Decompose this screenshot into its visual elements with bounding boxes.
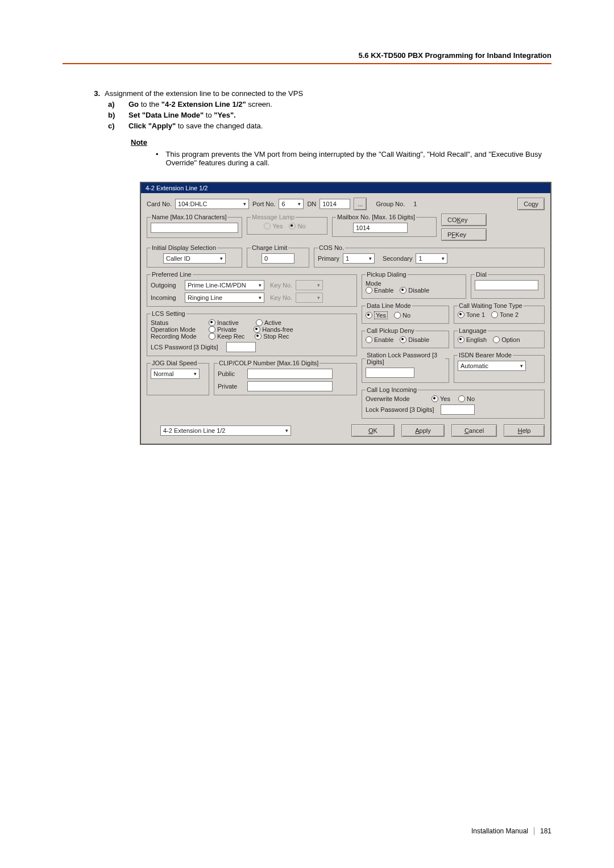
cpd-enable-radio[interactable]: Enable: [366, 336, 393, 343]
substep-a-letter: a): [105, 100, 128, 108]
co-key-button[interactable]: CO Key: [441, 214, 487, 226]
pickup-disable-radio[interactable]: Disable: [400, 287, 429, 294]
keyno-label: Key No.: [270, 282, 292, 289]
clip-public-input[interactable]: [247, 369, 333, 379]
outgoing-dropdown[interactable]: Prime Line-ICM/PDN▾: [185, 280, 264, 290]
window-titlebar: 4-2 Extension Line 1/2: [141, 183, 550, 193]
clip-public-label: Public: [218, 370, 244, 377]
cancel-button[interactable]: Cancel: [451, 424, 497, 437]
caret-icon: ▾: [220, 256, 223, 261]
clip-private-input[interactable]: [247, 381, 333, 391]
lcs-pass-input[interactable]: [226, 342, 256, 352]
cardno-label: Card No.: [147, 201, 172, 207]
caret-icon: ▾: [442, 256, 445, 261]
cpd-disable-radio[interactable]: Disable: [400, 336, 429, 343]
lang-legend: Language: [458, 327, 488, 334]
mailbox-legend: Mailbox No. [Max. 16 Digits]: [336, 214, 416, 220]
cli-lockpass-input[interactable]: [441, 404, 475, 415]
apply-button[interactable]: Apply: [401, 424, 445, 437]
lang-english-radio[interactable]: English: [458, 336, 487, 343]
charge-input[interactable]: 0: [262, 253, 294, 264]
jog-dropdown[interactable]: Normal▾: [151, 369, 200, 379]
charge-legend: Charge Limit: [251, 244, 288, 251]
caret-icon: ▾: [194, 371, 197, 377]
clip-private-label: Private: [218, 383, 244, 390]
screen-select-dropdown[interactable]: 4-2 Extension Line 1/2▾: [160, 425, 291, 436]
mailbox-input[interactable]: 1014: [353, 223, 408, 233]
dataline-no-radio[interactable]: No: [394, 312, 410, 319]
lcs-opmode-label: Operation Mode: [151, 326, 205, 333]
cli-no-radio[interactable]: No: [458, 395, 475, 402]
lcs-recmode-label: Recording Mode: [151, 333, 205, 340]
cos-legend: COS No.: [318, 244, 345, 251]
lang-option-radio[interactable]: Option: [493, 336, 520, 343]
incoming-dropdown[interactable]: Ringing Line▾: [185, 293, 264, 303]
substep-b-text: Set "Data Line Mode" to "Yes".: [128, 111, 236, 119]
pf-key-button[interactable]: PF Key: [441, 228, 487, 241]
lcs-stoprec-radio[interactable]: Stop Rec: [255, 333, 289, 340]
cos-primary-dropdown[interactable]: 1▾: [343, 253, 375, 264]
caret-icon: ▾: [243, 201, 246, 207]
substep-c-letter: c): [105, 122, 128, 130]
section-header: 5.6 KX-TD500 PBX Programming for Inband …: [63, 51, 551, 60]
cwt-tone1-radio[interactable]: Tone 1: [458, 311, 485, 318]
ids-dropdown[interactable]: Caller ID▾: [163, 253, 226, 264]
cos-primary-label: Primary: [318, 255, 339, 262]
pickup-mode-label: Mode: [366, 280, 385, 287]
help-button[interactable]: Help: [504, 424, 545, 437]
isdn-dropdown[interactable]: Automatic▾: [458, 361, 526, 371]
caret-icon: ▾: [259, 295, 262, 301]
msglamp-no-radio: No: [289, 223, 305, 229]
cli-yes-radio[interactable]: Yes: [432, 395, 450, 402]
ok-button[interactable]: OK: [351, 424, 395, 437]
outgoing-label: Outgoing: [151, 282, 181, 289]
isdn-legend: ISDN Bearer Mode: [458, 352, 513, 358]
dialog-window: 4-2 Extension Line 1/2 Card No. 104:DHLC…: [140, 182, 551, 445]
portno-label: Port No.: [252, 201, 275, 207]
cli-legend: Call Log Incoming: [366, 386, 418, 393]
caret-icon: ▾: [369, 256, 372, 261]
substep-b-letter: b): [105, 111, 128, 119]
bullet-icon: •: [156, 150, 166, 167]
dial-input[interactable]: [475, 280, 538, 290]
caret-icon: ▾: [520, 363, 523, 369]
ids-legend: Initial Display Selection: [151, 244, 217, 251]
name-input[interactable]: [151, 223, 238, 233]
cardno-dropdown[interactable]: 104:DHLC▾: [175, 199, 249, 209]
slp-input[interactable]: [366, 368, 414, 378]
dn-browse-button[interactable]: ...: [354, 198, 367, 210]
caret-icon: ▾: [317, 295, 320, 301]
msglamp-legend: Message Lamp: [251, 214, 296, 220]
pickup-legend: Pickup Dialing: [366, 271, 408, 278]
copy-button[interactable]: Copy: [517, 198, 545, 210]
incoming-label: Incoming: [151, 294, 181, 301]
dataline-legend: Data Line Mode: [366, 302, 412, 309]
dn-label: DN: [307, 201, 316, 207]
dataline-yes-radio[interactable]: Yes: [366, 311, 388, 319]
lcs-inactive-radio[interactable]: Inactive: [209, 319, 239, 326]
substep-c-text: Click "Apply" to save the changed data.: [128, 122, 263, 130]
lcs-handsfree-radio[interactable]: Hands-free: [254, 326, 293, 333]
substep-a-text: Go to the "4-2 Extension Line 1/2" scree…: [128, 100, 272, 108]
caret-icon: ▾: [259, 282, 262, 288]
step-number: 3.: [90, 89, 105, 445]
cos-secondary-dropdown[interactable]: 1▾: [416, 253, 447, 264]
dial-legend: Dial: [475, 271, 488, 278]
incoming-keyno-dropdown: ▾: [296, 293, 323, 303]
pickup-enable-radio[interactable]: Enable: [366, 287, 393, 294]
lcs-private-radio[interactable]: Private: [209, 326, 237, 333]
cpd-legend: Call Pickup Deny: [366, 327, 416, 334]
portno-dropdown[interactable]: 6▾: [279, 199, 304, 209]
caret-icon: ▾: [298, 201, 301, 207]
lcs-active-radio[interactable]: Active: [256, 319, 281, 326]
groupno-value: 1: [408, 201, 422, 207]
jog-legend: JOG Dial Speed: [151, 360, 198, 366]
cwt-legend: Call Waiting Tone Type: [458, 302, 524, 309]
lcs-keeprec-radio[interactable]: Keep Rec: [209, 333, 244, 340]
slp-legend: Station Lock Password [3 Digits]: [366, 352, 445, 365]
note-text: This program prevents the VM port from b…: [166, 150, 551, 167]
note-label: Note: [131, 138, 147, 147]
dn-input[interactable]: 1014: [320, 199, 350, 209]
cos-secondary-label: Secondary: [383, 255, 413, 262]
cwt-tone2-radio[interactable]: Tone 2: [491, 311, 518, 318]
